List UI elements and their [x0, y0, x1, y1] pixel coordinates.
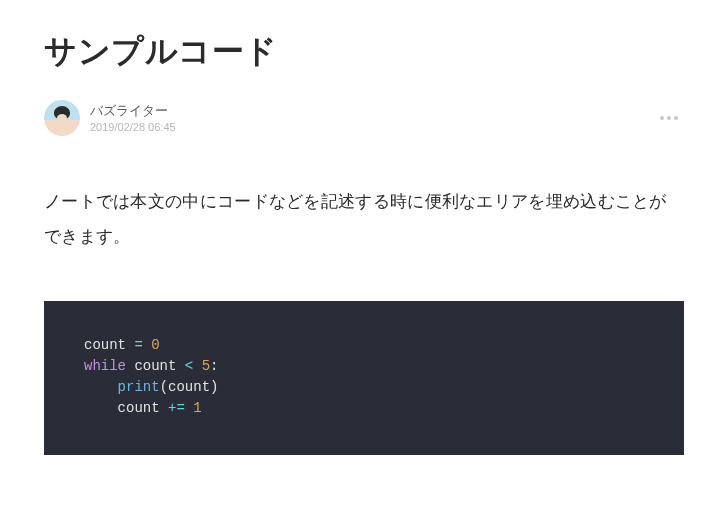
dots-icon — [667, 116, 671, 120]
author-row: バズライター 2019/02/28 06:45 — [44, 100, 684, 136]
code-token — [84, 400, 118, 416]
code-token: += — [160, 400, 194, 416]
code-token — [193, 358, 201, 374]
code-token: : — [210, 358, 218, 374]
page-title: サンプルコード — [44, 30, 684, 74]
code-token: count — [84, 337, 126, 353]
author-info[interactable]: バズライター 2019/02/28 06:45 — [44, 100, 176, 136]
code-token — [84, 379, 118, 395]
code-token: ( — [160, 379, 168, 395]
code-block: count = 0 while count < 5: print(count) … — [44, 301, 684, 455]
article-body: ノートでは本文の中にコードなどを記述する時に便利なエリアを埋め込むことができます… — [44, 184, 684, 255]
avatar[interactable] — [44, 100, 80, 136]
author-name[interactable]: バズライター — [90, 103, 176, 120]
code-token: print — [118, 379, 160, 395]
author-meta: バズライター 2019/02/28 06:45 — [90, 103, 176, 133]
post-date: 2019/02/28 06:45 — [90, 121, 176, 133]
code-token: 0 — [151, 337, 159, 353]
code-token: count — [126, 358, 185, 374]
code-token: 5 — [202, 358, 210, 374]
more-options-button[interactable] — [654, 110, 684, 126]
dots-icon — [660, 116, 664, 120]
code-token: < — [185, 358, 193, 374]
dots-icon — [674, 116, 678, 120]
code-token: count — [168, 379, 210, 395]
code-token: = — [126, 337, 151, 353]
code-token: 1 — [193, 400, 201, 416]
code-token: while — [84, 358, 126, 374]
code-token: ) — [210, 379, 218, 395]
code-token: count — [118, 400, 160, 416]
